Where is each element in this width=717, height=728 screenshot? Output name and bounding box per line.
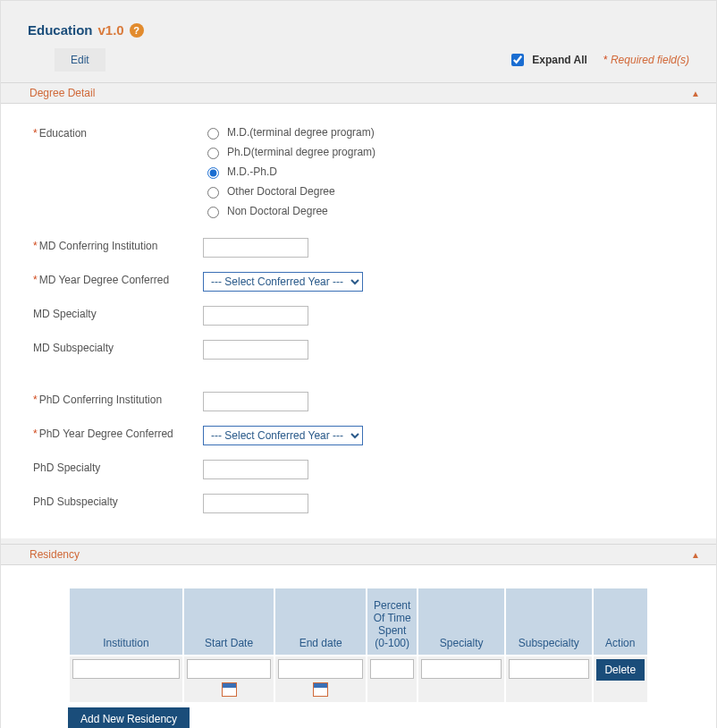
education-radio-label: Non Doctoral Degree — [227, 205, 328, 217]
label-md-year: *MD Year Degree Conferred — [33, 272, 203, 286]
label-phd-sub: PhD Subspecialty — [33, 494, 203, 508]
education-radio-option[interactable]: Ph.D(terminal degree program) — [203, 145, 684, 159]
education-radio-group: M.D.(terminal degree program)Ph.D(termin… — [203, 125, 684, 224]
label-md-inst: *MD Conferring Institution — [33, 238, 203, 252]
calendar-icon[interactable] — [222, 682, 237, 697]
education-radio[interactable] — [207, 207, 219, 218]
education-radio-label: M.D.(terminal degree program) — [227, 126, 375, 139]
residency-end-date-input[interactable] — [278, 659, 363, 679]
residency-table: Institution Start Date End date Percent … — [68, 587, 649, 704]
residency-subspecialty-input[interactable] — [509, 659, 589, 679]
row-education: *Education M.D.(terminal degree program)… — [33, 125, 684, 224]
md-specialty-input[interactable] — [203, 306, 308, 326]
top-right-controls: Expand All * Required field(s) — [508, 51, 689, 69]
label-phd-inst: *PhD Conferring Institution — [33, 392, 203, 406]
col-specialty: Specialty — [418, 588, 504, 655]
edit-button[interactable]: Edit — [55, 48, 105, 72]
collapse-icon[interactable]: ▲ — [691, 89, 700, 98]
education-radio[interactable] — [207, 187, 219, 199]
label-education: *Education — [33, 125, 203, 140]
col-subspecialty: Subspecialty — [506, 588, 592, 655]
education-radio[interactable] — [207, 128, 219, 140]
title-row: Education v1.0 ? — [28, 22, 689, 38]
row-phd-sub: PhD Subspecialty — [33, 494, 684, 513]
phd-year-select[interactable]: --- Select Conferred Year --- — [203, 426, 363, 445]
header: Education v1.0 ? — [1, 1, 716, 43]
delete-residency-button[interactable]: Delete — [596, 659, 645, 681]
expand-all-checkbox[interactable] — [511, 54, 524, 66]
md-subspecialty-input[interactable] — [203, 340, 308, 360]
version-label: v1.0 — [98, 22, 124, 38]
expand-all-label: Expand All — [532, 54, 587, 66]
row-md-year: *MD Year Degree Conferred --- Select Con… — [33, 272, 684, 292]
education-form-panel: Education v1.0 ? Edit Expand All * Requi… — [0, 0, 717, 728]
label-md-spec: MD Specialty — [33, 306, 203, 320]
row-md-inst: *MD Conferring Institution — [33, 238, 684, 258]
col-start-date: Start Date — [184, 588, 274, 655]
education-radio-label: Other Doctoral Degree — [227, 185, 335, 198]
phd-specialty-input[interactable] — [203, 460, 308, 479]
col-institution: Institution — [70, 588, 182, 655]
md-conferring-institution-input[interactable] — [203, 238, 308, 258]
education-radio-option[interactable]: M.D.(terminal degree program) — [203, 125, 684, 140]
add-residency-button[interactable]: Add New Residency — [68, 707, 190, 728]
residency-table-wrap: Institution Start Date End date Percent … — [1, 587, 716, 704]
help-icon[interactable]: ? — [130, 23, 144, 38]
row-md-spec: MD Specialty — [33, 306, 684, 326]
section-degree-title: Degree Detail — [30, 87, 95, 99]
residency-start-date-input[interactable] — [187, 659, 272, 679]
expand-all-toggle[interactable]: Expand All — [508, 51, 587, 69]
residency-percent-input[interactable] — [370, 659, 414, 679]
calendar-icon[interactable] — [313, 682, 328, 697]
phd-subspecialty-input[interactable] — [203, 494, 308, 513]
education-radio-option[interactable]: Other Doctoral Degree — [203, 184, 684, 199]
section-residency-body: Institution Start Date End date Percent … — [1, 565, 716, 728]
md-year-select[interactable]: --- Select Conferred Year --- — [203, 272, 363, 292]
col-percent: Percent Of Time Spent (0-100) — [367, 588, 417, 655]
section-residency-header[interactable]: Residency ▲ — [1, 544, 716, 565]
row-md-sub: MD Subspecialty — [33, 340, 684, 360]
education-radio[interactable] — [207, 148, 219, 159]
section-degree-body: *Education M.D.(terminal degree program)… — [1, 104, 716, 538]
col-end-date: End date — [275, 588, 366, 655]
page-title: Education — [28, 22, 93, 38]
section-residency-title: Residency — [30, 548, 80, 561]
label-phd-spec: PhD Specialty — [33, 460, 203, 474]
residency-row: Delete — [70, 656, 647, 702]
label-phd-year: *PhD Year Degree Conferred — [33, 426, 203, 440]
section-degree-header[interactable]: Degree Detail ▲ — [1, 82, 716, 104]
education-radio-option[interactable]: Non Doctoral Degree — [203, 204, 684, 218]
education-radio-label: M.D.-Ph.D — [227, 165, 277, 178]
label-md-sub: MD Subspecialty — [33, 340, 203, 354]
required-fields-note: * Required field(s) — [603, 54, 689, 66]
residency-specialty-input[interactable] — [421, 659, 502, 679]
residency-table-header-row: Institution Start Date End date Percent … — [70, 588, 647, 655]
education-radio-option[interactable]: M.D.-Ph.D — [203, 165, 684, 179]
col-action: Action — [594, 588, 647, 655]
add-residency-row: Add New Residency — [1, 704, 716, 728]
collapse-icon[interactable]: ▲ — [691, 550, 700, 560]
education-radio-label: Ph.D(terminal degree program) — [227, 146, 375, 158]
toolbar: Edit Expand All * Required field(s) — [1, 43, 716, 77]
residency-institution-input[interactable] — [72, 659, 180, 679]
row-phd-year: *PhD Year Degree Conferred --- Select Co… — [33, 426, 684, 445]
row-phd-inst: *PhD Conferring Institution — [33, 392, 684, 411]
education-radio[interactable] — [207, 167, 219, 179]
row-phd-spec: PhD Specialty — [33, 460, 684, 479]
phd-conferring-institution-input[interactable] — [203, 392, 308, 411]
